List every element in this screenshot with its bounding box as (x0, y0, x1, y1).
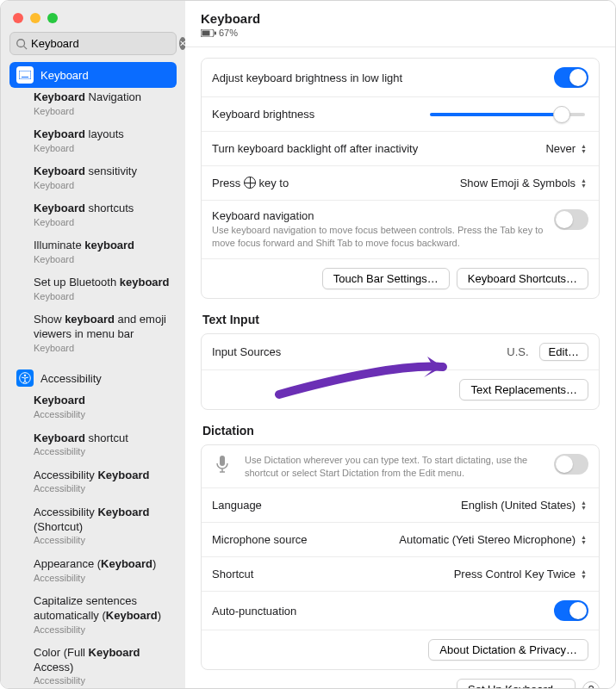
svg-line-1 (24, 46, 28, 49)
mic-source-popup[interactable]: Automatic (Yeti Stereo Microphone) ▲▼ (390, 531, 588, 548)
dictation-shortcut-popup[interactable]: Press Control Key Twice ▲▼ (445, 566, 588, 582)
dictation-toggle[interactable] (554, 454, 588, 475)
auto-punctuation-toggle[interactable] (554, 600, 588, 621)
content-header: Keyboard 67% (185, 1, 615, 47)
sidebar-subitem-category: Keyboard (34, 254, 177, 265)
label: Shortcut (212, 568, 435, 580)
svg-rect-7 (202, 30, 210, 35)
svg-point-0 (17, 39, 25, 47)
sidebar-subitem-title: Set up Bluetooth keyboard (34, 276, 177, 290)
brightness-lowlight-toggle[interactable] (554, 67, 588, 88)
row-mic-source: Microphone source Automatic (Yeti Stereo… (202, 522, 599, 556)
label: Input Sources (212, 345, 496, 358)
text-input-buttons: Text Replacements… (202, 369, 599, 409)
row-brightness-lowlight: Adjust keyboard brightness in low light (202, 59, 599, 96)
sidebar-item-label: Accessibility (40, 372, 102, 385)
sidebar-subitem-category: Keyboard (34, 180, 177, 191)
brightness-slider[interactable] (430, 113, 585, 116)
search-field[interactable]: ✕ (9, 32, 177, 55)
sidebar-subitem-category: Accessibility (34, 675, 177, 686)
chevron-updown-icon: ▲▼ (581, 535, 587, 545)
sidebar-subitem[interactable]: Keyboard layoutsKeyboard (9, 125, 177, 157)
chevron-updown-icon: ▲▼ (581, 144, 587, 154)
keyboard-nav-toggle[interactable] (554, 209, 588, 230)
globe-key-popup[interactable]: Show Emoji & Symbols ▲▼ (451, 175, 588, 191)
sidebar-subitem-category: Accessibility (34, 573, 177, 584)
sidebar-subitem-category: Accessibility (34, 535, 177, 546)
text-replacements-button[interactable]: Text Replacements… (459, 379, 588, 400)
section-title-text-input: Text Input (202, 313, 598, 326)
edit-input-sources-button[interactable]: Edit… (539, 343, 588, 361)
sidebar-subitem[interactable]: Keyboard sensitivityKeyboard (9, 162, 177, 194)
sidebar-subitem-title: Keyboard sensitivity (34, 164, 177, 179)
search-input[interactable] (28, 35, 179, 52)
description: Use Dictation wherever you can type text… (245, 454, 544, 480)
svg-rect-8 (215, 31, 216, 34)
battery-icon (201, 29, 216, 37)
sidebar-subitem[interactable]: Keyboard NavigationKeyboard (9, 88, 177, 120)
sidebar-nav[interactable]: Keyboard Keyboard NavigationKeyboardKeyb… (1, 62, 185, 688)
microphone-icon (212, 454, 233, 475)
sidebar-subitem[interactable]: Color (Full Keyboard Access)Accessibilit… (9, 643, 177, 688)
sidebar-item-label: Keyboard (40, 69, 89, 82)
sidebar-subitem-title: Illuminate keyboard (34, 239, 177, 253)
dictation-language-popup[interactable]: English (United States) ▲▼ (452, 497, 588, 513)
sidebar-subitem[interactable]: Keyboard shortcutsKeyboard (9, 199, 177, 231)
sidebar-subitem[interactable]: Appearance (Keyboard)Accessibility (9, 555, 177, 587)
sidebar-subitem-title: Show keyboard and emoji viewers in menu … (34, 313, 177, 342)
label: Keyboard brightness (212, 108, 420, 121)
sidebar-subitem-category: Keyboard (34, 217, 177, 228)
svg-point-5 (24, 375, 27, 377)
minimize-icon[interactable] (30, 13, 40, 23)
sidebar-subitem[interactable]: Capitalize sentences automatically (Keyb… (9, 592, 177, 638)
sidebar-item-keyboard[interactable]: Keyboard (9, 62, 177, 88)
sidebar-subitem-category: Keyboard (34, 106, 177, 117)
maximize-icon[interactable] (47, 13, 58, 23)
chevron-updown-icon: ▲▼ (581, 500, 587, 511)
sidebar-subitem-category: Accessibility (34, 409, 177, 420)
row-globe-key: Press key to Show Emoji & Symbols ▲▼ (202, 165, 599, 200)
keyboard-icon (16, 66, 34, 84)
keyboard-buttons: Touch Bar Settings… Keyboard Shortcuts… (202, 258, 599, 298)
help-button[interactable]: ? (582, 681, 600, 688)
label: Keyboard navigation (212, 209, 544, 222)
label: Turn keyboard backlight off after inacti… (212, 142, 526, 155)
row-keyboard-nav: Keyboard navigation Use keyboard navigat… (202, 200, 599, 258)
sidebar-subitem-title: Color (Full Keyboard Access) (34, 646, 177, 675)
sidebar: ✕ Keyboard Keyboard NavigationKeyboardKe… (1, 1, 185, 688)
svg-rect-9 (220, 456, 225, 466)
sidebar-subitem[interactable]: Show keyboard and emoji viewers in menu … (9, 310, 177, 357)
setup-keyboard-button[interactable]: Set Up Keyboard… (457, 679, 576, 688)
row-dictation-shortcut: Shortcut Press Control Key Twice ▲▼ (202, 556, 599, 591)
content-pane: Keyboard 67% Adjust keyboard brightness … (185, 1, 615, 688)
dictation-buttons: About Dictation & Privacy… (202, 630, 599, 669)
globe-icon (244, 177, 256, 189)
sidebar-subitem[interactable]: Illuminate keyboardKeyboard (9, 236, 177, 268)
sidebar-subitem-title: Keyboard shortcut (34, 431, 177, 446)
sidebar-subitem-title: Keyboard (34, 394, 177, 408)
sidebar-subitem-category: Accessibility (34, 446, 177, 457)
sidebar-subitem[interactable]: Set up Bluetooth keyboardKeyboard (9, 273, 177, 305)
sidebar-subitem[interactable]: Accessibility Keyboard (Shortcut)Accessi… (9, 503, 177, 549)
row-auto-punctuation: Auto-punctuation (202, 591, 599, 630)
sidebar-subitem-category: Keyboard (34, 143, 177, 154)
sidebar-subitem[interactable]: KeyboardAccessibility (9, 391, 177, 423)
svg-rect-3 (22, 77, 28, 78)
accessibility-icon (16, 369, 34, 387)
text-input-panel: Input Sources U.S. Edit… Text Replacemen… (201, 333, 600, 410)
sidebar-subitem[interactable]: Accessibility KeyboardAccessibility (9, 466, 177, 498)
description: Use keyboard navigation to move focus be… (212, 224, 544, 250)
keyboard-shortcuts-button[interactable]: Keyboard Shortcuts… (457, 268, 588, 289)
touch-bar-settings-button[interactable]: Touch Bar Settings… (322, 268, 450, 289)
label: Language (212, 499, 442, 512)
sidebar-item-accessibility[interactable]: Accessibility (9, 365, 177, 391)
dictation-panel: Use Dictation wherever you can type text… (201, 444, 600, 671)
about-dictation-button[interactable]: About Dictation & Privacy… (428, 639, 588, 661)
page-title: Keyboard (201, 11, 600, 26)
close-icon[interactable] (13, 13, 23, 23)
window-controls (1, 1, 185, 32)
svg-rect-2 (19, 71, 31, 79)
content-scroll[interactable]: Adjust keyboard brightness in low light … (185, 47, 615, 688)
sidebar-subitem[interactable]: Keyboard shortcutAccessibility (9, 429, 177, 461)
backlight-off-popup[interactable]: Never ▲▼ (537, 140, 588, 157)
